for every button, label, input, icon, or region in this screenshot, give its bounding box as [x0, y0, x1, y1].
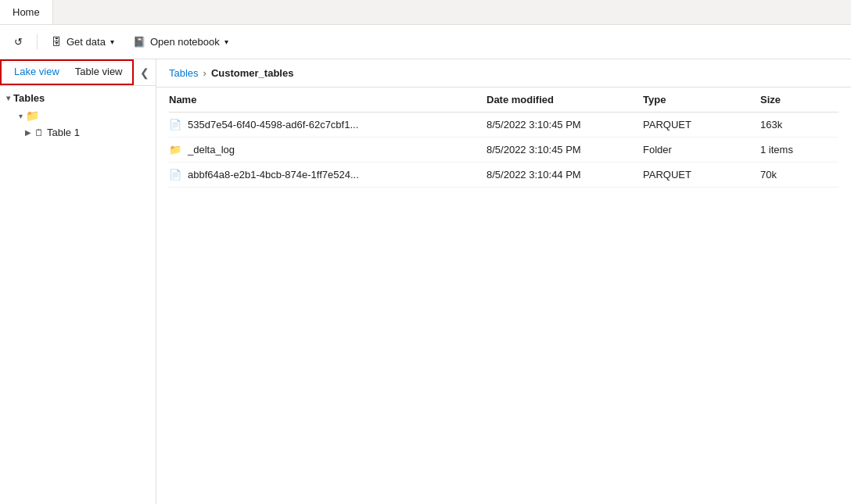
toolbar: ↺ 🗄 Get data ▾ 📓 Open notebook ▾: [0, 25, 851, 59]
row1-type: PARQUET: [643, 119, 760, 130]
tables-chevron-icon: ▾: [6, 94, 10, 102]
row2-date: 8/5/2022 3:10:45 PM: [487, 144, 643, 155]
table-icon: 🗒: [34, 127, 44, 138]
table1-chevron-icon: ▶: [25, 128, 31, 137]
top-tab-bar: Home: [0, 0, 851, 25]
tab-table-view[interactable]: Table view: [67, 59, 131, 85]
table-row[interactable]: 📁 _delta_log 8/5/2022 3:10:45 PM Folder …: [169, 138, 838, 163]
tables-section-header[interactable]: ▾ Tables: [0, 89, 156, 107]
row3-name: abbf64a8-e2b1-4bcb-874e-1ff7e524...: [188, 169, 359, 181]
row1-name: 535d7e54-6f40-4598-ad6f-62c7cbf1...: [188, 119, 358, 130]
sidebar: Lake view Table view ❮ ▾ Tables ▾ 📁 ••• …: [0, 59, 156, 504]
file-icon-2: 📄: [169, 169, 181, 181]
tab-lake-view-label: Lake view: [14, 66, 59, 77]
toolbar-separator-1: [37, 34, 38, 50]
customer-tables-folder-item[interactable]: ▾ 📁 •••: [0, 107, 156, 124]
breadcrumb-root[interactable]: Tables: [169, 67, 199, 79]
sidebar-tabs: Lake view Table view ❮: [0, 59, 156, 86]
table-row[interactable]: 📄 abbf64a8-e2b1-4bcb-874e-1ff7e524... 8/…: [169, 163, 838, 188]
sidebar-tree: ▾ Tables ▾ 📁 ••• ▶ 🗒 Table 1: [0, 86, 156, 504]
row3-type: PARQUET: [643, 169, 760, 181]
file-icon: 📄: [169, 119, 181, 130]
col-name: Name: [169, 94, 487, 105]
row1-name-cell: 📄 535d7e54-6f40-4598-ad6f-62c7cbf1...: [169, 119, 487, 130]
breadcrumb: Tables › Customer_tables: [156, 59, 851, 88]
file-table-header: Name Date modified Type Size: [169, 88, 838, 113]
row3-size: 70k: [760, 169, 838, 181]
cylinder-icon: 🗄: [52, 36, 62, 48]
row1-date: 8/5/2022 3:10:45 PM: [487, 119, 643, 130]
get-data-button[interactable]: 🗄 Get data ▾: [44, 32, 122, 52]
folder-file-icon: 📁: [169, 144, 181, 155]
row3-name-cell: 📄 abbf64a8-e2b1-4bcb-874e-1ff7e524...: [169, 169, 487, 181]
breadcrumb-separator: ›: [203, 67, 206, 79]
row2-name: _delta_log: [188, 144, 235, 155]
col-size: Size: [760, 94, 838, 105]
get-data-chevron-icon: ▾: [110, 38, 114, 46]
refresh-icon: ↺: [14, 36, 23, 48]
home-tab[interactable]: Home: [0, 0, 53, 24]
col-date-modified: Date modified: [487, 94, 643, 105]
folder-icon: 📁: [26, 109, 39, 122]
row3-date: 8/5/2022 3:10:44 PM: [487, 169, 643, 181]
table1-item[interactable]: ▶ 🗒 Table 1: [0, 124, 156, 141]
collapse-sidebar-button[interactable]: ❮: [137, 65, 153, 80]
main-content: Tables › Customer_tables Name Date modif…: [156, 59, 851, 504]
tables-section-label: Tables: [13, 92, 45, 104]
row2-size: 1 items: [760, 144, 838, 155]
row2-type: Folder: [643, 144, 760, 155]
refresh-button[interactable]: ↺: [6, 32, 31, 52]
row1-size: 163k: [760, 119, 838, 130]
open-notebook-label: Open notebook: [150, 36, 220, 48]
table-row[interactable]: 📄 535d7e54-6f40-4598-ad6f-62c7cbf1... 8/…: [169, 113, 838, 138]
file-table: Name Date modified Type Size 📄 535d7e54-…: [156, 88, 851, 504]
folder-chevron-icon: ▾: [19, 112, 23, 120]
get-data-label: Get data: [66, 36, 106, 48]
notebook-icon: 📓: [133, 36, 145, 48]
main-layout: Lake view Table view ❮ ▾ Tables ▾ 📁 ••• …: [0, 59, 851, 504]
tab-lake-view[interactable]: Lake view: [6, 59, 67, 85]
table1-label: Table 1: [47, 127, 80, 138]
open-notebook-button[interactable]: 📓 Open notebook ▾: [125, 32, 236, 52]
home-tab-label: Home: [13, 6, 40, 18]
open-notebook-chevron-icon: ▾: [224, 38, 228, 46]
row2-name-cell: 📁 _delta_log: [169, 144, 487, 155]
col-type: Type: [643, 94, 760, 105]
breadcrumb-current: Customer_tables: [211, 67, 293, 79]
tab-table-view-label: Table view: [75, 66, 123, 77]
